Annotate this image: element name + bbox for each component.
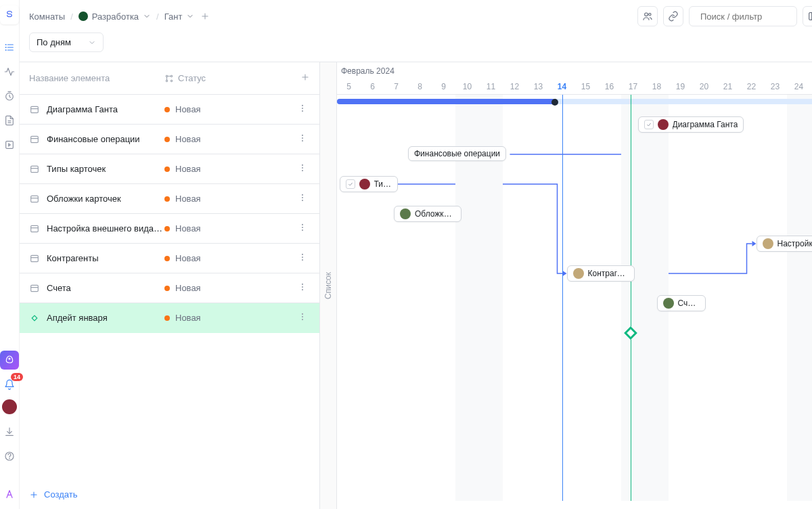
col-header-name: Название элемента	[29, 73, 164, 83]
progress-knob[interactable]	[551, 99, 558, 106]
nav-download-icon[interactable]	[0, 422, 19, 441]
gantt-task[interactable]: Контраге…	[567, 265, 635, 282]
svg-point-16	[645, 13, 648, 16]
list-row[interactable]: Обложки карточекНовая	[20, 184, 319, 214]
gantt-day[interactable]: 18	[645, 82, 669, 91]
svg-point-58	[302, 254, 302, 255]
gantt-day[interactable]: 7	[384, 82, 408, 91]
nav-doc-icon[interactable]	[0, 111, 19, 130]
gantt-task[interactable]: Настройка…	[757, 236, 813, 252]
nav-activity-icon[interactable]	[0, 62, 19, 81]
gantt-day[interactable]: 15	[574, 82, 597, 91]
row-more-button[interactable]	[295, 220, 310, 237]
svg-rect-41	[31, 166, 39, 172]
gantt-day[interactable]: 23	[763, 82, 787, 91]
user-avatar[interactable]	[2, 399, 17, 414]
row-status: Новая	[164, 104, 246, 114]
gantt-day[interactable]: 10	[455, 82, 479, 91]
svg-point-38	[302, 135, 302, 135]
gantt-day[interactable]: 17	[621, 82, 645, 91]
row-title: Типы карточек	[47, 164, 164, 174]
gantt-day[interactable]: 20	[692, 82, 716, 91]
status-dot	[164, 226, 170, 231]
progress-fill	[337, 99, 555, 104]
add-view-button[interactable]	[200, 11, 210, 22]
row-more-button[interactable]	[295, 101, 310, 118]
app-logo[interactable]	[0, 5, 19, 24]
gantt-task[interactable]: Финансовые операции	[408, 146, 506, 161]
scale-select[interactable]: По дням	[29, 32, 104, 52]
search-input[interactable]	[700, 12, 812, 22]
panel-divider[interactable]: Список	[319, 62, 337, 509]
crumb-separator: /	[156, 12, 159, 22]
nav-rocket-icon[interactable]	[0, 351, 19, 370]
svg-point-68	[302, 316, 302, 317]
task-check-icon	[644, 120, 654, 129]
nav-timer-icon[interactable]	[0, 87, 19, 106]
svg-rect-56	[31, 255, 39, 261]
gantt-task[interactable]: Диаграмма Ганта	[638, 116, 744, 133]
row-more-button[interactable]	[295, 190, 310, 207]
crumb-view[interactable]: Гант	[164, 12, 195, 22]
breadcrumb: Комнаты / Разработка / Гант	[29, 11, 210, 22]
row-type-icon	[29, 194, 40, 204]
layout-button[interactable]	[803, 6, 812, 26]
gantt-day[interactable]: 9	[432, 82, 455, 91]
gantt-task[interactable]: Счета	[657, 295, 706, 311]
gantt-header: 567891011121314151617181920212223242526	[337, 62, 812, 95]
crumb-root[interactable]: Комнаты	[29, 12, 65, 22]
crumb-project[interactable]: Разработка	[78, 12, 151, 22]
list-row[interactable]: Апдейт январяНовая	[20, 303, 319, 333]
link-button[interactable]	[663, 6, 683, 26]
gantt-day[interactable]: 21	[716, 82, 740, 91]
svg-point-34	[302, 108, 302, 108]
svg-point-43	[302, 164, 302, 165]
list-row[interactable]: КонтрагентыНовая	[20, 244, 319, 273]
nav-template-icon[interactable]	[0, 135, 19, 154]
row-more-button[interactable]	[295, 160, 310, 177]
chevron-down-icon	[88, 39, 96, 47]
row-more-button[interactable]	[295, 131, 310, 148]
create-button[interactable]: Создать	[20, 480, 319, 509]
list-row[interactable]: СчетаНовая	[20, 273, 319, 303]
row-more-button[interactable]	[295, 250, 310, 267]
gantt-day[interactable]: 13	[526, 82, 550, 91]
svg-point-10	[9, 358, 10, 359]
task-avatar	[663, 298, 674, 309]
svg-point-60	[302, 260, 302, 261]
gantt-task[interactable]: Обложки…	[394, 206, 461, 222]
nav-help-icon[interactable]	[0, 447, 19, 466]
gantt-day[interactable]: 14	[550, 82, 574, 91]
gantt-day[interactable]: 5	[337, 82, 361, 91]
gantt-chart[interactable]: Февраль 2024 567891011121314151617181920…	[337, 62, 812, 509]
search-field[interactable]	[689, 6, 797, 26]
add-column-button[interactable]	[300, 72, 310, 84]
svg-point-17	[649, 14, 651, 16]
nav-list-icon[interactable]	[0, 38, 19, 57]
gantt-day[interactable]: 8	[408, 82, 432, 91]
task-label: Обложки…	[415, 209, 455, 219]
gantt-day[interactable]: 24	[787, 82, 811, 91]
row-more-button[interactable]	[295, 309, 310, 326]
gantt-day[interactable]: 12	[503, 82, 526, 91]
gantt-day[interactable]: 11	[479, 82, 503, 91]
gantt-day[interactable]: 22	[740, 82, 763, 91]
row-title: Апдейт января	[47, 313, 164, 323]
list-row[interactable]: Финансовые операцииНовая	[20, 125, 319, 154]
nav-bell-icon[interactable]: 14	[0, 375, 19, 394]
list-row[interactable]: Настройка внешнего вида…Новая	[20, 214, 319, 244]
gantt-task[interactable]: Типы…	[340, 176, 398, 192]
list-row[interactable]: Диаграмма ГантаНовая	[20, 95, 319, 125]
members-button[interactable]	[637, 6, 658, 26]
gantt-day[interactable]: 16	[597, 82, 621, 91]
list-row[interactable]: Типы карточекНовая	[20, 154, 319, 184]
nav-a-icon[interactable]	[0, 485, 19, 504]
row-more-button[interactable]	[295, 280, 310, 296]
svg-point-63	[302, 284, 302, 284]
gantt-day[interactable]: 19	[669, 82, 692, 91]
task-label: Настройка…	[777, 239, 813, 248]
task-avatar	[763, 238, 773, 249]
task-label: Контраге…	[588, 269, 629, 278]
svg-point-65	[302, 290, 302, 290]
gantt-day[interactable]: 6	[361, 82, 384, 91]
